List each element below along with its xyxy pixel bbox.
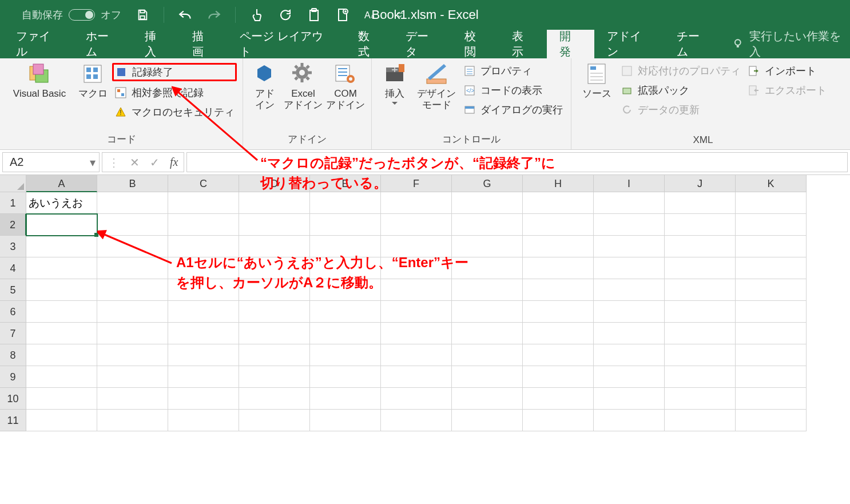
row-header[interactable]: 8 — [0, 344, 26, 366]
cell[interactable] — [168, 388, 239, 410]
cell[interactable] — [310, 214, 381, 236]
cell[interactable] — [594, 192, 665, 214]
cell[interactable] — [594, 323, 665, 344]
cell[interactable] — [239, 214, 310, 236]
cell[interactable] — [736, 301, 807, 323]
confirm-icon[interactable]: ✓ — [150, 156, 160, 169]
cell[interactable] — [523, 410, 594, 431]
cell[interactable] — [239, 301, 310, 323]
row-header[interactable]: 2 — [0, 214, 26, 236]
cell[interactable] — [239, 236, 310, 257]
relative-reference-button[interactable]: 相対参照で記録 — [112, 85, 237, 101]
xml-import-button[interactable]: インポート — [745, 63, 829, 79]
cell[interactable] — [523, 279, 594, 301]
cell[interactable] — [97, 279, 168, 301]
column-header[interactable]: C — [168, 175, 239, 192]
cell[interactable] — [310, 366, 381, 388]
cell[interactable] — [523, 257, 594, 279]
cell[interactable] — [168, 301, 239, 323]
cell[interactable] — [168, 192, 239, 214]
cell[interactable] — [452, 301, 523, 323]
addins-button[interactable]: アド イン — [249, 62, 281, 110]
map-properties-button[interactable]: 対応付けのプロパティ — [618, 63, 743, 79]
cell[interactable] — [736, 344, 807, 366]
cell[interactable] — [594, 236, 665, 257]
insert-control-button[interactable]: 挿入 — [378, 62, 412, 105]
cell[interactable] — [168, 257, 239, 279]
cell[interactable] — [97, 301, 168, 323]
cell[interactable] — [665, 257, 736, 279]
tab-formulas[interactable]: 数式 — [345, 30, 393, 58]
row-header[interactable]: 1 — [0, 192, 26, 214]
cell[interactable] — [594, 388, 665, 410]
cell[interactable] — [594, 410, 665, 431]
cell[interactable] — [594, 279, 665, 301]
redo-icon[interactable] — [206, 7, 221, 22]
cell[interactable] — [239, 366, 310, 388]
cell[interactable] — [736, 279, 807, 301]
cell[interactable] — [239, 323, 310, 344]
row-header[interactable]: 3 — [0, 236, 26, 257]
cell[interactable] — [736, 236, 807, 257]
tab-addins[interactable]: アドイン — [594, 30, 664, 58]
row-header[interactable]: 5 — [0, 279, 26, 301]
cell[interactable] — [665, 192, 736, 214]
cell[interactable] — [594, 257, 665, 279]
row-header[interactable]: 4 — [0, 257, 26, 279]
cell[interactable] — [239, 279, 310, 301]
macros-button[interactable]: マクロ — [76, 62, 110, 100]
cell[interactable] — [523, 366, 594, 388]
cell[interactable] — [452, 366, 523, 388]
name-box[interactable]: A2 ▾ — [2, 152, 100, 172]
cell[interactable] — [168, 236, 239, 257]
cell[interactable] — [523, 192, 594, 214]
view-code-button[interactable]: </> コードの表示 — [461, 82, 565, 98]
cell[interactable] — [310, 388, 381, 410]
cell[interactable] — [452, 192, 523, 214]
column-header[interactable]: E — [310, 175, 381, 192]
xml-source-button[interactable]: ソース — [577, 62, 616, 100]
undo-icon[interactable] — [178, 7, 193, 22]
cell[interactable] — [97, 192, 168, 214]
cell[interactable] — [665, 279, 736, 301]
cell[interactable] — [452, 236, 523, 257]
column-header[interactable]: H — [523, 175, 594, 192]
cell[interactable] — [310, 236, 381, 257]
cell[interactable] — [97, 366, 168, 388]
cell[interactable] — [310, 192, 381, 214]
tab-home[interactable]: ホーム — [73, 30, 132, 58]
cell[interactable] — [381, 279, 452, 301]
cell[interactable] — [26, 410, 97, 431]
tell-me-search[interactable]: 実行したい作業を入 — [723, 30, 850, 58]
cell[interactable] — [239, 257, 310, 279]
cell[interactable] — [381, 344, 452, 366]
cell[interactable] — [168, 366, 239, 388]
cell[interactable] — [239, 192, 310, 214]
clipboard-icon[interactable] — [307, 7, 321, 22]
cell[interactable] — [452, 344, 523, 366]
cell[interactable] — [381, 323, 452, 344]
cell[interactable] — [26, 301, 97, 323]
cell[interactable] — [665, 323, 736, 344]
cell[interactable] — [168, 323, 239, 344]
fx-icon[interactable]: fx — [170, 156, 178, 169]
row-header[interactable]: 7 — [0, 323, 26, 344]
cell[interactable] — [97, 257, 168, 279]
cell[interactable] — [665, 301, 736, 323]
cell[interactable] — [310, 344, 381, 366]
cell[interactable] — [310, 323, 381, 344]
cell[interactable] — [452, 257, 523, 279]
tab-review[interactable]: 校閲 — [452, 30, 499, 58]
tab-view[interactable]: 表示 — [499, 30, 547, 58]
cell[interactable] — [523, 214, 594, 236]
expansion-pack-button[interactable]: 拡張パック — [618, 82, 743, 98]
cell[interactable] — [523, 388, 594, 410]
cell[interactable] — [665, 388, 736, 410]
column-header[interactable]: J — [665, 175, 736, 192]
cell[interactable] — [26, 366, 97, 388]
design-mode-button[interactable]: デザイン モード — [414, 62, 459, 110]
cell[interactable] — [97, 388, 168, 410]
cell[interactable] — [736, 366, 807, 388]
cell[interactable] — [26, 214, 97, 236]
tab-pagelayout[interactable]: ページ レイアウト — [227, 30, 345, 58]
